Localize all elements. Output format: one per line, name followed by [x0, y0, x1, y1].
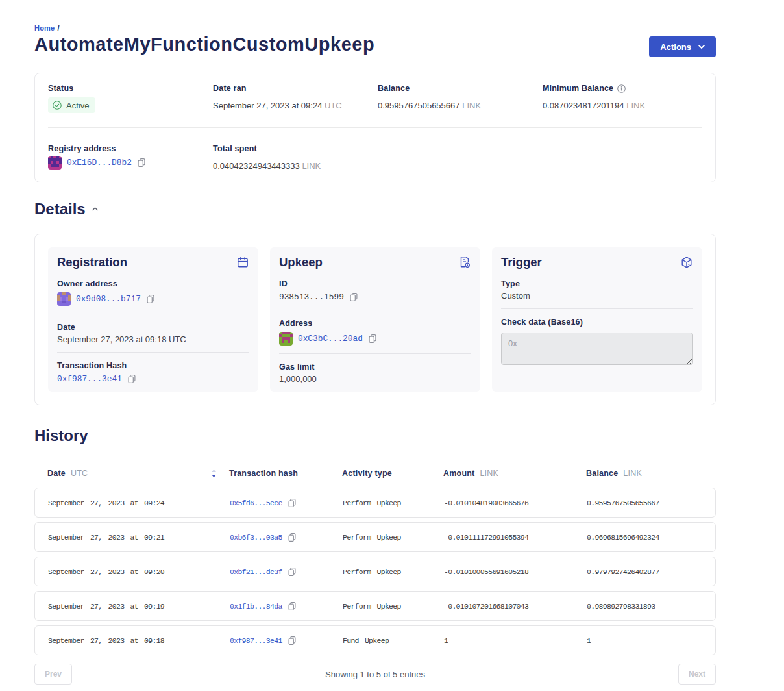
pagination-summary: Showing 1 to 5 of 5 entries — [325, 670, 425, 679]
row-amount: -0.010100055691605218 — [444, 568, 587, 576]
page-header: Home/ AutomateMyFunctionCustomUpkeep Act… — [34, 0, 716, 55]
row-hash: 0xf987...3e41 — [230, 636, 343, 646]
upkeep-card: Upkeep ID 938513...1599 Address 0xC3bC..… — [270, 247, 480, 392]
registration-title: Registration — [57, 255, 127, 270]
trigger-type-section: Type Custom — [501, 271, 693, 308]
copy-upkeep-address-button[interactable] — [368, 334, 377, 344]
transaction-hash-link[interactable]: 0xf987...3e41 — [230, 636, 282, 645]
collapse-caret-icon[interactable] — [92, 207, 98, 211]
details-heading: Details — [34, 200, 716, 218]
copy-owner-address-button[interactable] — [146, 294, 155, 304]
row-date: September 27, 2023 at 09:24 — [48, 499, 230, 507]
upkeep-id-section: ID 938513...1599 — [279, 271, 471, 310]
row-balance: 0.9595767505655667 — [587, 499, 715, 507]
row-balance: 0.989892798331893 — [587, 602, 715, 610]
row-amount: -0.010107201668107043 — [444, 602, 587, 610]
transaction-hash-link[interactable]: 0x5fd6...5ece — [230, 499, 282, 507]
trigger-type-label: Type — [501, 279, 693, 288]
date-column-unit: UTC — [71, 469, 88, 478]
history-row: September 27, 2023 at 09:21 0xb6f3...03a… — [34, 522, 716, 552]
column-header-date: DateUTC — [47, 469, 229, 478]
copy-icon — [288, 601, 297, 611]
cube-icon — [680, 256, 693, 269]
summary-row-bottom: Registry address 0xE16D...D8b2 Total spe… — [35, 128, 715, 182]
row-date: September 27, 2023 at 09:19 — [48, 602, 230, 610]
copy-transaction-hash-button[interactable] — [127, 374, 136, 384]
registration-card: Registration Owner address 0x9d08...b717… — [48, 247, 258, 392]
gas-limit-label: Gas limit — [279, 362, 471, 371]
upkeep-address-identicon — [279, 332, 293, 346]
column-header-balance: BalanceLINK — [586, 469, 716, 478]
copy-registry-address-button[interactable] — [137, 158, 146, 168]
registry-identicon — [48, 156, 62, 170]
row-amount: 1 — [444, 636, 587, 645]
breadcrumb: Home/ — [34, 0, 716, 32]
upkeep-address-link[interactable]: 0xC3bC...20ad — [298, 334, 363, 344]
status-field: Status Active — [48, 84, 213, 127]
prev-button[interactable]: Prev — [34, 664, 72, 685]
summary-row-top: Status Active Date ran September 27, 202… — [35, 73, 715, 127]
upkeep-address-label: Address — [279, 319, 471, 328]
min-balance-field: Minimum Balance 0.0870234817201194 LINK — [543, 84, 715, 127]
registration-date-label: Date — [57, 323, 249, 332]
history-heading: History — [34, 427, 716, 445]
copy-hash-button[interactable] — [288, 567, 297, 577]
row-date: September 27, 2023 at 09:20 — [48, 568, 230, 576]
registration-date-section: Date September 27, 2023 at 09:18 UTC — [57, 314, 249, 352]
copy-hash-button[interactable] — [288, 601, 297, 611]
registration-date-value: September 27, 2023 at 09:18 UTC — [57, 334, 249, 344]
total-spent-unit: LINK — [302, 161, 321, 171]
registry-address-link[interactable]: 0xE16D...D8b2 — [67, 158, 132, 168]
chevron-down-icon — [698, 45, 705, 49]
row-amount: -0.010111172991055394 — [444, 533, 587, 542]
copy-upkeep-id-button[interactable] — [349, 292, 358, 302]
row-amount: -0.010104819083665676 — [444, 499, 587, 507]
copy-icon — [288, 533, 297, 542]
transaction-hash-link[interactable]: 0x1f1b...84da — [230, 602, 282, 610]
actions-button-label: Actions — [660, 42, 691, 52]
copy-hash-button[interactable] — [288, 533, 297, 542]
breadcrumb-home-link[interactable]: Home — [34, 24, 55, 32]
info-icon[interactable] — [617, 84, 626, 93]
copy-hash-button[interactable] — [288, 498, 297, 508]
transaction-hash-link[interactable]: 0xf987...3e41 — [57, 374, 122, 384]
copy-hash-button[interactable] — [288, 636, 297, 646]
upkeep-id-value: 938513...1599 — [279, 292, 344, 302]
upkeep-address-section: Address 0xC3bC...20ad — [279, 310, 471, 353]
column-header-amount: AmountLINK — [443, 469, 586, 478]
row-balance: 0.9696815696492324 — [587, 533, 715, 542]
page-title: AutomateMyFunctionCustomUpkeep — [34, 34, 716, 55]
next-button[interactable]: Next — [678, 664, 716, 685]
owner-address-section: Owner address 0x9d08...b717 — [57, 271, 249, 314]
transaction-hash-link[interactable]: 0xbf21...dc3f — [230, 568, 282, 576]
row-activity: Perform Upkeep — [343, 533, 444, 542]
check-data-textarea[interactable] — [501, 333, 693, 365]
status-label: Status — [48, 84, 213, 93]
copy-icon — [127, 374, 136, 384]
row-balance: 0.9797927426402877 — [587, 568, 715, 576]
summary-card: Status Active Date ran September 27, 202… — [34, 73, 716, 182]
date-ran-label: Date ran — [213, 84, 378, 93]
row-hash: 0xb6f3...03a5 — [230, 533, 343, 542]
transaction-hash-link[interactable]: 0xb6f3...03a5 — [230, 533, 282, 542]
copy-icon — [349, 292, 358, 302]
total-spent-label: Total spent — [213, 144, 378, 153]
row-activity: Fund Upkeep — [343, 636, 444, 645]
row-activity: Perform Upkeep — [343, 499, 444, 507]
row-date: September 27, 2023 at 09:21 — [48, 533, 230, 542]
upkeep-id-label: ID — [279, 279, 471, 288]
row-date: September 27, 2023 at 09:18 — [48, 636, 230, 645]
actions-button[interactable]: Actions — [649, 36, 716, 57]
row-hash: 0x5fd6...5ece — [230, 498, 343, 508]
row-activity: Perform Upkeep — [343, 602, 444, 610]
column-header-activity: Activity type — [342, 469, 443, 478]
transaction-hash-label: Transaction Hash — [57, 361, 249, 370]
sort-icon[interactable] — [211, 470, 217, 477]
registry-address-field: Registry address 0xE16D...D8b2 — [48, 144, 213, 182]
copy-icon — [137, 158, 146, 168]
row-activity: Perform Upkeep — [343, 568, 444, 576]
date-ran-field: Date ran September 27, 2023 at 09:24 UTC — [213, 84, 378, 127]
upkeep-document-icon — [458, 256, 471, 269]
copy-icon — [368, 334, 377, 344]
owner-address-link[interactable]: 0x9d08...b717 — [76, 294, 141, 304]
